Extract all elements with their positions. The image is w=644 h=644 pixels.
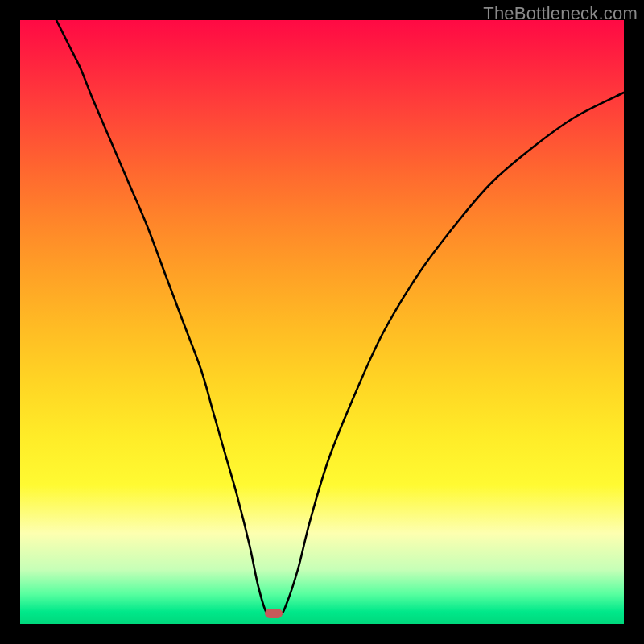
watermark-text: TheBottleneck.com — [483, 3, 638, 24]
chart-container: TheBottleneck.com — [0, 0, 644, 644]
optimal-marker — [265, 609, 283, 618]
plot-area — [20, 20, 624, 624]
bottleneck-curve — [20, 20, 624, 624]
